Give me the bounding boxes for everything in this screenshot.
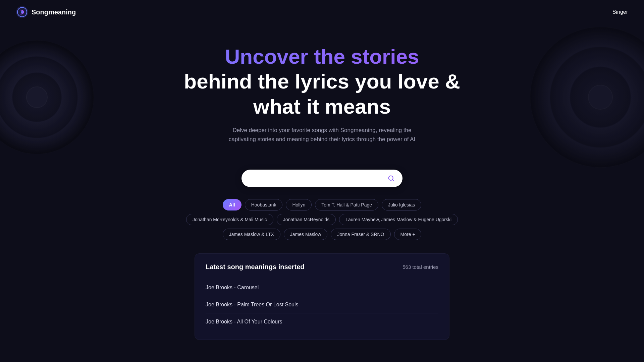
song-list-item[interactable]: Joe Brooks - All Of Your Colours (206, 313, 438, 330)
logo-text: Songmeaning (32, 8, 76, 16)
filter-tag[interactable]: Tom T. Hall & Patti Page (315, 199, 378, 210)
search-bar (241, 170, 402, 187)
nav-singer-link[interactable]: Singer (612, 9, 628, 15)
svg-point-2 (21, 11, 23, 13)
filter-tag[interactable]: Jonna Fraser & SRNO (331, 229, 390, 240)
filter-tag[interactable]: James Maslow & LTX (223, 229, 280, 240)
svg-line-4 (392, 179, 394, 181)
search-icon (388, 175, 394, 182)
filter-tag[interactable]: Lauren Mayhew, James Maslow & Eugene Ugo… (339, 214, 458, 225)
filter-tag[interactable]: James Maslow (284, 229, 328, 240)
hero-title-white-line1: behind the lyrics you love & (7, 69, 637, 94)
search-input[interactable] (248, 175, 385, 181)
hero-section: Uncover the stories behind the lyrics yo… (0, 24, 644, 158)
song-items-container: Joe Brooks - CarouselJoe Brooks - Palm T… (206, 279, 438, 330)
logo-icon (16, 6, 28, 18)
filter-section: AllHoobastankHollynTom T. Hall & Patti P… (171, 199, 473, 240)
filter-tag[interactable]: All (223, 199, 241, 210)
hero-subtitle: Delve deeper into your favorite songs wi… (228, 126, 416, 144)
song-list-item[interactable]: Joe Brooks - Palm Trees Or Lost Souls (206, 296, 438, 313)
logo[interactable]: Songmeaning (16, 6, 76, 18)
navbar: Songmeaning Singer (0, 0, 644, 24)
search-container (0, 170, 644, 187)
song-list-section: Latest song meanings inserted 563 total … (195, 253, 449, 340)
filter-tag[interactable]: Hollyn (286, 199, 312, 210)
search-button[interactable] (385, 172, 397, 184)
hero-title-white-line2: what it means (7, 94, 637, 119)
filter-tag[interactable]: Hoobastank (245, 199, 283, 210)
filter-tag[interactable]: Julio Iglesias (382, 199, 421, 210)
filter-tag[interactable]: More + (394, 229, 422, 240)
hero-title-colored: Uncover the stories (7, 44, 637, 69)
song-list-item[interactable]: Joe Brooks - Carousel (206, 279, 438, 296)
filter-tag[interactable]: Jonathan McReynolds (277, 214, 336, 225)
filter-tag[interactable]: Jonathan McReynolds & Mali Music (186, 214, 273, 225)
song-list-header: Latest song meanings inserted 563 total … (206, 263, 438, 271)
song-list-count: 563 total entries (402, 264, 438, 270)
song-list-title: Latest song meanings inserted (206, 263, 305, 271)
